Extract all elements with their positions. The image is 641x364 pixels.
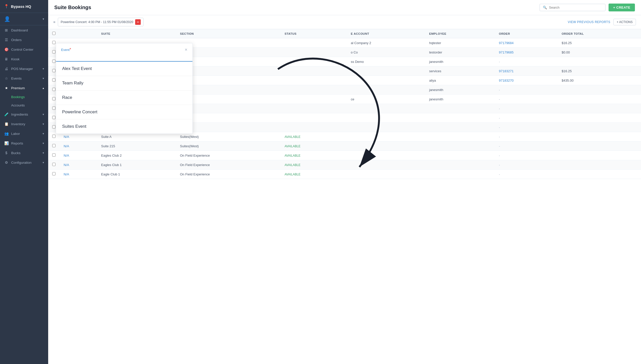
sidebar-item-dashboard[interactable]: ⊞ Dashboard [0,25,48,35]
order-link[interactable]: 97183271 [499,69,514,73]
search-box[interactable]: 🔍 [540,4,606,11]
table-container: SUITE SECTION STATUS E ACCOUNT EMPLOYEE … [48,29,641,364]
na-link[interactable]: N/A [64,135,69,139]
cell-status: AVAILABLE [280,170,347,179]
sidebar-item-orders[interactable]: ☰ Orders [0,35,48,45]
event-option-race[interactable]: Race [56,90,192,105]
cell-order: 97179685 [495,48,558,57]
na-link[interactable]: N/A [64,163,69,167]
row-checkbox[interactable] [52,116,56,119]
cell-account [347,85,425,95]
sidebar-logo[interactable]: 📍 Bypass HQ [0,0,48,13]
table-row: N/A Suite 215 Suites(West) AVAILABLE - [48,141,641,151]
cell-order: - [495,85,558,95]
row-checkbox[interactable] [52,60,56,63]
order-link[interactable]: 97179685 [499,50,514,54]
cell-account: ce [347,95,425,104]
sidebar-item-inventory[interactable]: 📋 Inventory ▾ [0,119,48,129]
premium-icon: ★ [4,86,9,90]
event-selection-modal[interactable]: Event* × Alex Test Event Team Rally Race… [56,43,193,134]
row-checkbox[interactable] [52,78,56,82]
cell-order-total [558,85,641,95]
row-checkbox[interactable] [52,97,56,100]
sidebar-item-label: Kiosk [11,57,20,61]
sidebar-item-bucks[interactable]: $ Bucks ▾ [0,148,48,158]
cell-order: - [495,123,558,132]
row-checkbox[interactable] [52,135,56,138]
row-checkbox[interactable] [52,125,56,129]
order-link[interactable]: 97179684 [499,41,514,45]
sidebar-item-label: Ingredients [11,113,28,116]
sidebar-item-ingredients[interactable]: 🧪 Ingredients ▾ [0,110,48,119]
events-icon: ☆ [4,76,9,80]
na-link[interactable]: N/A [64,144,69,148]
sidebar-item-configuration[interactable]: ⚙ Configuration ▾ [0,158,48,167]
col-employee: EMPLOYEE [425,29,495,38]
accounts-label: Accounts [11,103,25,107]
row-checkbox[interactable] [52,106,56,110]
cell-account: al Company 2 [347,38,425,48]
config-chevron-icon: ▾ [43,161,44,164]
cell-employee: testorder [425,48,495,57]
event-option-powerline-concert[interactable]: Powerline Concert [56,105,192,119]
row-checkbox[interactable] [52,88,56,91]
sidebar-item-label: Control Center [11,48,33,51]
filter-icon[interactable]: ≡ [53,20,55,24]
view-previous-reports-link[interactable]: VIEW PREVIOUS REPORTS [568,20,610,24]
select-all-checkbox[interactable] [52,32,56,35]
actions-button[interactable]: + ACTIONS [613,19,636,25]
sidebar-item-label: Premium [11,86,25,90]
sidebar-item-labor[interactable]: 👥 Labor ▾ [0,129,48,138]
pos-icon: 🖨 [4,67,9,71]
sidebar-sub-item-bookings[interactable]: Bookings [0,93,48,101]
event-modal-label: Event* [61,47,71,52]
sidebar-sub-item-accounts[interactable]: Accounts [0,101,48,110]
row-checkbox[interactable] [52,144,56,147]
cell-employee: hqtester [425,38,495,48]
row-checkbox[interactable] [52,41,56,44]
cell-order-total: $16.25 [558,66,641,76]
row-checkbox[interactable] [52,163,56,166]
sidebar-item-events[interactable]: ☆ Events ▾ [0,74,48,83]
ingredients-chevron-icon: ▾ [43,113,44,116]
na-link[interactable]: N/A [64,154,69,157]
sidebar-item-kiosk[interactable]: 🖥 Kiosk [0,54,48,64]
row-checkbox[interactable] [52,172,56,175]
na-link[interactable]: N/A [64,172,69,176]
event-option-alex-test[interactable]: Alex Test Event [56,62,192,76]
sidebar-item-label: Inventory [11,122,25,126]
filter-tag-label: Powerline Concert: 4:00 PM - 11:55 PM 01… [61,20,133,24]
reports-chevron-icon: ▾ [43,142,44,145]
event-filter-tag: Powerline Concert: 4:00 PM - 11:55 PM 01… [58,18,144,26]
search-input[interactable] [549,6,602,9]
row-checkbox[interactable] [52,153,56,157]
kiosk-icon: 🖥 [4,57,9,61]
cell-suite: Eagles Club 2 [97,151,176,160]
col-section: SECTION [176,29,280,38]
event-option-suites-event[interactable]: Suites Event [56,119,192,134]
sidebar-item-pos-manager[interactable]: 🖨 POS Manager ▾ [0,64,48,74]
sidebar-item-reports[interactable]: 📊 Reports ▾ [0,138,48,148]
cell-order-total [558,57,641,66]
sidebar-item-label: Bucks [11,151,21,155]
reports-icon: 📊 [4,141,9,145]
row-checkbox[interactable] [52,69,56,72]
event-option-team-rally[interactable]: Team Rally [56,76,192,90]
order-link[interactable]: 97183270 [499,79,514,82]
required-marker: * [69,47,71,52]
col-empty [60,29,97,38]
event-options-list: Alex Test Event Team Rally Race Powerlin… [56,62,192,134]
row-checkbox[interactable] [52,50,56,53]
cell-status: AVAILABLE [280,160,347,170]
event-search-input[interactable] [61,54,187,61]
cell-order: 97183271 [495,66,558,76]
cell-order: - [495,160,558,170]
event-modal-close-button[interactable]: × [185,47,187,52]
sidebar-item-label: Reports [11,141,23,145]
sidebar-user[interactable]: 👤 ▾ [0,13,48,25]
sidebar-item-premium[interactable]: ★ Premium ▴ [0,83,48,93]
user-chevron-icon: ▾ [43,17,44,21]
create-button[interactable]: + CREATE [609,4,635,11]
sidebar-item-control-center[interactable]: 🎯 Control Center [0,45,48,54]
filter-edit-button[interactable]: ✏ [135,19,141,25]
